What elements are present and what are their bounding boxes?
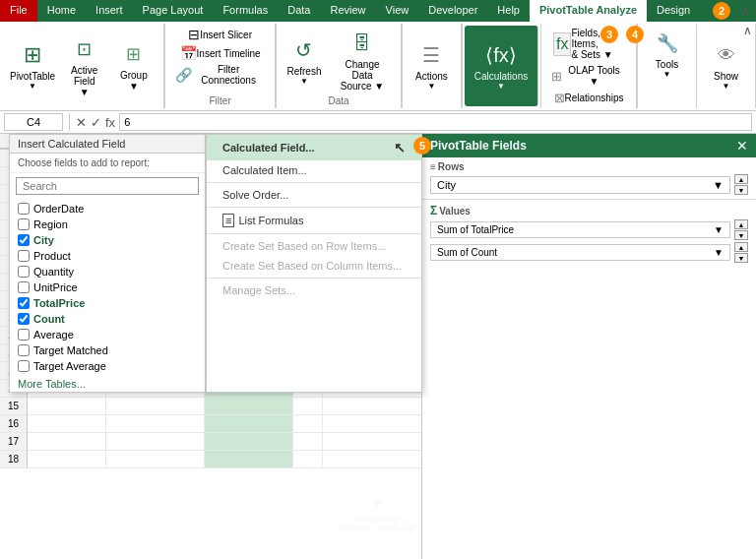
- tab-pivottable-analyze[interactable]: PivotTable Analyze: [530, 0, 647, 22]
- count-scroll-down[interactable]: ▼: [734, 253, 748, 263]
- formula-input[interactable]: [119, 113, 752, 131]
- cell-b16[interactable]: [106, 415, 205, 433]
- calculations-button[interactable]: ⟨fx⟩ Calculations ▼: [469, 37, 534, 93]
- cancel-formula-icon[interactable]: ✕: [76, 115, 87, 130]
- manage-sets-item[interactable]: Manage Sets...: [207, 280, 421, 300]
- count-scroll-up[interactable]: ▲: [734, 242, 748, 252]
- row-num-15: 15: [0, 398, 28, 415]
- group-label: Group ▼: [115, 70, 152, 92]
- insert-function-icon[interactable]: fx: [105, 115, 115, 130]
- table-row: 18: [0, 451, 421, 468]
- active-field-label: ActiveField ▼: [69, 65, 99, 97]
- field-count-checkbox[interactable]: [18, 313, 30, 325]
- calculated-item-item[interactable]: Calculated Item...: [207, 160, 421, 180]
- cell-d17[interactable]: [293, 433, 323, 451]
- relationships-button[interactable]: ⊠ Relationships: [550, 90, 628, 106]
- field-target-matched-checkbox[interactable]: [18, 344, 30, 356]
- rows-content: City ▼ ▲ ▼: [430, 174, 748, 195]
- actions-button[interactable]: ☰ Actions ▼: [410, 37, 454, 93]
- tab-help[interactable]: Help: [487, 0, 530, 22]
- create-set-row-item[interactable]: Create Set Based on Row Items...: [207, 236, 421, 256]
- slicer-icon: ⊟: [188, 27, 200, 42]
- ribbon-group-actions: ☰ Actions ▼: [403, 24, 462, 108]
- field-target-average-checkbox[interactable]: [18, 360, 30, 372]
- ribbon-group-fields-items: fx Fields, Items,& Sets ▼ ⊞ OLAP Tools ▼…: [541, 24, 637, 108]
- solve-order-item[interactable]: Solve Order...: [207, 185, 421, 205]
- create-set-col-item[interactable]: Create Set Based on Column Items...: [207, 256, 421, 276]
- olap-tools-button[interactable]: ⊞ OLAP Tools ▼: [547, 64, 630, 88]
- rows-scroll-down-button[interactable]: ▼: [734, 185, 748, 195]
- filter-connections-label: Filter Connections: [192, 64, 265, 86]
- fields-panel-close-icon[interactable]: ✕: [736, 138, 748, 154]
- search-input[interactable]: [16, 177, 199, 195]
- cell-a15[interactable]: [28, 398, 106, 415]
- field-totalprice-checkbox[interactable]: [18, 297, 30, 309]
- actions-icon: ☰: [415, 39, 447, 71]
- filter-connections-button[interactable]: 🔗 Filter Connections: [171, 63, 269, 87]
- confirm-formula-icon[interactable]: ✓: [91, 115, 101, 130]
- group-button[interactable]: ⊞ Group ▼: [109, 36, 158, 93]
- cell-b15[interactable]: [106, 398, 205, 415]
- cell-c17[interactable]: [205, 433, 293, 451]
- cell-c15[interactable]: [205, 398, 293, 415]
- cell-c18[interactable]: [205, 451, 293, 468]
- tab-review[interactable]: Review: [320, 0, 375, 22]
- cell-a18[interactable]: [28, 451, 106, 468]
- insert-slicer-button[interactable]: ⊟ Insert Slicer: [184, 26, 256, 43]
- tools-icon: 🔧: [652, 28, 683, 59]
- more-tables-link[interactable]: More Tables...: [10, 376, 205, 392]
- tools-button[interactable]: 🔧 Tools ▼: [646, 26, 689, 81]
- field-average-checkbox[interactable]: [18, 329, 30, 341]
- pivottable-button[interactable]: ⊞ PivotTable ▼: [6, 37, 59, 93]
- insert-timeline-button[interactable]: 📅 Insert Timeline: [176, 44, 265, 62]
- cell-b17[interactable]: [106, 433, 205, 451]
- cell-b18[interactable]: [106, 451, 205, 468]
- value-totalprice-dropdown[interactable]: Sum of TotalPrice ▼: [430, 221, 730, 238]
- totalprice-scroll-down[interactable]: ▼: [734, 230, 748, 240]
- refresh-button[interactable]: ↺ Refresh ▼: [283, 32, 326, 88]
- field-unitprice-label: UnitPrice: [33, 281, 78, 293]
- value-count-dropdown[interactable]: Sum of Count ▼: [430, 244, 730, 261]
- tab-formulas[interactable]: Formulas: [213, 0, 278, 22]
- change-data-source-label: Change DataSource ▼: [336, 59, 389, 92]
- calculated-field-item[interactable]: Calculated Field... ↖: [207, 135, 421, 160]
- active-field-button[interactable]: ⊡ ActiveField ▼: [63, 31, 105, 99]
- field-product-checkbox[interactable]: [18, 250, 30, 262]
- tab-view[interactable]: View: [376, 0, 419, 22]
- tab-file[interactable]: File: [0, 0, 37, 22]
- name-box[interactable]: [4, 113, 63, 131]
- fields-items-sets-button[interactable]: fx Fields, Items,& Sets ▼: [547, 26, 630, 62]
- field-orderdate-checkbox[interactable]: [18, 203, 30, 215]
- cell-d16[interactable]: [293, 415, 323, 433]
- tab-developer[interactable]: Developer: [418, 0, 487, 22]
- field-quantity-checkbox[interactable]: [18, 266, 30, 278]
- tab-data[interactable]: Data: [278, 0, 320, 22]
- field-region-checkbox[interactable]: [18, 218, 30, 230]
- ribbon-collapse-button[interactable]: ∧: [743, 24, 752, 37]
- field-region-label: Region: [33, 218, 68, 230]
- ribbon-tabs: File Home Insert Page Layout Formulas Da…: [0, 0, 756, 22]
- tab-design[interactable]: Design: [647, 0, 700, 22]
- change-data-source-button[interactable]: 🗄 Change DataSource ▼: [330, 26, 395, 93]
- ribbon-close-icon[interactable]: ∧: [734, 0, 756, 22]
- list-formulas-item[interactable]: ≡ List Formulas: [207, 210, 421, 231]
- field-unitprice-checkbox[interactable]: [18, 281, 30, 293]
- dropdown-divider-1: [207, 182, 421, 183]
- field-city-checkbox[interactable]: [18, 234, 30, 246]
- cell-d15[interactable]: [293, 398, 323, 415]
- totalprice-scroll-up[interactable]: ▲: [734, 219, 748, 229]
- show-button[interactable]: 👁 Show ▼: [705, 37, 748, 93]
- cell-a17[interactable]: [28, 433, 106, 451]
- cell-a16[interactable]: [28, 415, 106, 433]
- field-region: Region: [18, 217, 197, 232]
- tab-page-layout[interactable]: Page Layout: [133, 0, 214, 22]
- cell-c16[interactable]: [205, 415, 293, 433]
- rows-scroll-up-button[interactable]: ▲: [734, 174, 748, 184]
- insert-slicer-label: Insert Slicer: [200, 30, 252, 40]
- tab-home[interactable]: Home: [37, 0, 86, 22]
- formula-icons: ✕ ✓ fx: [76, 115, 115, 130]
- tab-insert[interactable]: Insert: [86, 0, 133, 22]
- main-content: A B C D 1 2: [0, 134, 756, 559]
- cell-d18[interactable]: [293, 451, 323, 468]
- rows-city-dropdown[interactable]: City ▼: [430, 176, 730, 194]
